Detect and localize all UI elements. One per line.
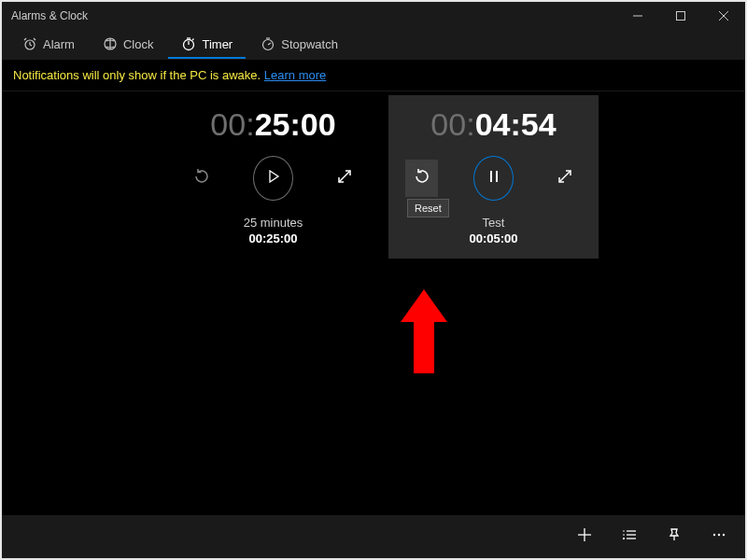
titlebar: Alarms & Clock <box>2 2 745 30</box>
window-title: Alarms & Clock <box>2 9 616 22</box>
svg-line-8 <box>34 38 35 40</box>
command-bar <box>2 515 745 558</box>
tab-timer-label: Timer <box>202 37 233 51</box>
svg-point-29 <box>623 534 625 536</box>
svg-point-32 <box>713 534 715 536</box>
reset-icon <box>413 167 431 189</box>
tab-alarm[interactable]: Alarm <box>9 31 88 59</box>
timer1-controls <box>168 156 378 201</box>
svg-line-21 <box>559 171 571 182</box>
list-icon <box>622 527 637 546</box>
svg-line-7 <box>24 38 26 40</box>
plus-icon <box>577 527 592 546</box>
content-area: 00:25:00 25 minutes 00:25:00 00:04:54 <box>2 91 745 515</box>
reset-icon <box>192 167 211 189</box>
clock-icon <box>103 36 118 51</box>
more-icon <box>712 527 726 546</box>
timer-icon <box>181 36 196 51</box>
reset-tooltip: Reset <box>407 199 449 217</box>
tab-stopwatch[interactable]: Stopwatch <box>247 31 351 59</box>
pause-icon <box>488 170 500 187</box>
play-icon <box>267 170 280 187</box>
alarm-icon <box>22 36 37 51</box>
notification-banner: Notifications will only show if the PC i… <box>2 60 745 91</box>
svg-line-13 <box>192 39 194 41</box>
svg-point-34 <box>723 534 725 536</box>
expand-icon <box>557 168 573 189</box>
svg-rect-30 <box>623 538 625 539</box>
pin-button[interactable] <box>652 515 697 558</box>
reset-button-1[interactable] <box>185 160 218 197</box>
timer1-total: 00:25:00 <box>248 231 297 245</box>
timer1-minutes: 25 <box>255 106 290 142</box>
stopwatch-icon <box>261 36 275 51</box>
tab-bar: Alarm Clock Timer Stopwatch <box>2 30 745 60</box>
timer2-hours: 00 <box>430 106 466 142</box>
timer1-label: 25 minutes <box>244 216 303 230</box>
tab-timer[interactable]: Timer <box>168 31 246 59</box>
svg-rect-1 <box>677 12 685 21</box>
svg-marker-22 <box>401 289 447 373</box>
tab-stopwatch-label: Stopwatch <box>281 37 338 51</box>
tab-clock[interactable]: Clock <box>90 31 167 59</box>
minimize-button[interactable] <box>616 2 659 30</box>
maximize-button[interactable] <box>659 2 702 30</box>
expand-button-1[interactable] <box>329 160 361 197</box>
timer-card-2[interactable]: 00:04:54 Reset Test 00:05:00 <box>388 95 599 259</box>
close-button[interactable] <box>702 2 745 30</box>
timer1-seconds: 00 <box>301 106 336 142</box>
svg-line-18 <box>339 171 350 182</box>
more-button[interactable] <box>697 515 741 558</box>
timer2-label: Test <box>483 216 505 230</box>
app-window: Alarms & Clock Alarm Clock Timer Stopwat… <box>2 2 745 558</box>
tab-clock-label: Clock <box>123 37 154 51</box>
timer-card-1[interactable]: 00:25:00 25 minutes 00:25:00 <box>168 95 378 259</box>
notification-text: Notifications will only show if the PC i… <box>13 68 264 82</box>
tab-alarm-label: Alarm <box>43 37 75 51</box>
timer1-hours: 00 <box>210 106 246 142</box>
annotation-arrow <box>401 289 447 377</box>
add-timer-button[interactable] <box>562 515 607 558</box>
play-button-1[interactable] <box>253 156 293 201</box>
list-button[interactable] <box>607 515 652 558</box>
timer-display-2: 00:04:54 <box>430 106 556 143</box>
svg-line-15 <box>268 43 271 45</box>
svg-marker-17 <box>270 171 278 182</box>
pause-button-2[interactable] <box>473 156 514 201</box>
timer2-controls: Reset <box>388 156 599 201</box>
svg-line-6 <box>30 45 32 46</box>
timer2-minutes: 04 <box>475 106 511 142</box>
expand-button-2[interactable] <box>549 160 582 197</box>
svg-point-33 <box>718 534 720 536</box>
reset-button-2[interactable]: Reset <box>405 160 438 197</box>
learn-more-link[interactable]: Learn more <box>264 68 326 82</box>
svg-point-28 <box>623 530 625 532</box>
expand-icon <box>336 168 353 189</box>
timer2-total: 00:05:00 <box>469 231 517 245</box>
timer-display-1: 00:25:00 <box>210 106 335 143</box>
pin-icon <box>667 527 682 546</box>
timer2-seconds: 54 <box>521 106 557 142</box>
